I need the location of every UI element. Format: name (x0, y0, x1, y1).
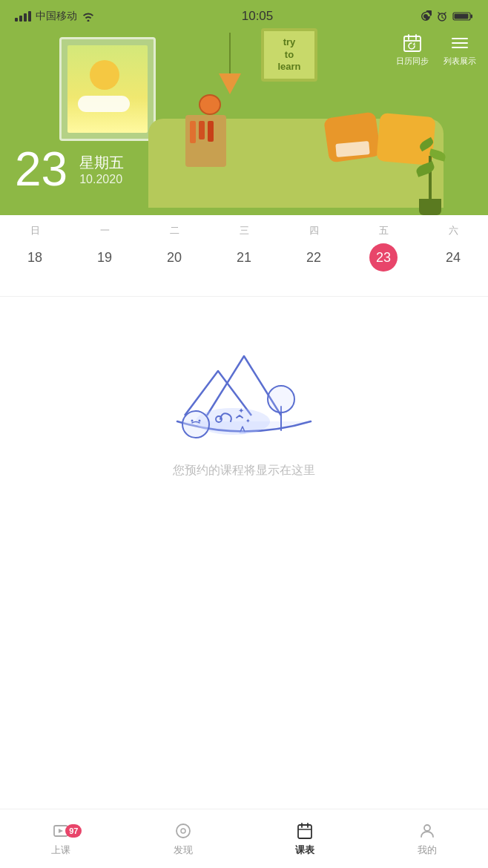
alarm-icon (436, 10, 448, 22)
week-day-number: 24 (439, 243, 467, 272)
signal-icon (15, 11, 31, 22)
status-right (420, 10, 473, 22)
date-weekday: 星期五 (79, 153, 124, 173)
week-header: 日18一19二20三21四22五23六24 (0, 215, 488, 274)
battery-icon (452, 11, 473, 22)
svg-text:✦: ✦ (238, 407, 244, 415)
rotate-icon (420, 10, 432, 22)
week-day-name: 四 (309, 224, 319, 237)
date-day-number: 23 (15, 145, 67, 193)
svg-point-17 (239, 431, 246, 434)
empty-state: ✦ ✦ 您预约的课程将显示在这里 (0, 312, 488, 479)
header-toolbar: 日历同步 列表展示 (396, 33, 476, 67)
week-day-name: 六 (449, 224, 458, 237)
header-date: 23 星期五 10.2020 (15, 145, 124, 193)
week-day-name: 二 (170, 224, 179, 237)
nav-label-schedule: 课表 (295, 844, 314, 857)
bottom-nav: 97上课发现课表我的 (0, 809, 488, 868)
nav-icon-discover (174, 821, 193, 841)
svg-point-18 (182, 411, 209, 438)
week-day-number: 21 (230, 243, 258, 272)
status-bar: 中国移动 10:05 (0, 0, 488, 33)
week-day-24[interactable]: 六24 (418, 224, 488, 272)
svg-rect-3 (454, 14, 468, 19)
week-day-number: 19 (90, 243, 119, 272)
status-time: 10:05 (242, 9, 274, 24)
nav-item-schedule[interactable]: 课表 (244, 821, 366, 857)
nav-item-mine[interactable]: 我的 (366, 821, 489, 857)
week-day-number: 22 (300, 243, 328, 272)
week-day-name: 五 (379, 224, 389, 237)
list-view-icon (448, 33, 472, 53)
wifi-icon (82, 11, 95, 22)
illus-frame: try to learn (261, 28, 317, 82)
nav-item-discover[interactable]: 发现 (122, 821, 245, 857)
calendar-sync-label: 日历同步 (396, 56, 429, 67)
svg-point-22 (177, 824, 190, 838)
week-calendar: 日18一19二20三21四22五23六24 (0, 215, 488, 297)
illus-plant (410, 134, 451, 215)
illus-alarm-clock (199, 94, 221, 115)
svg-point-28 (424, 825, 430, 831)
week-day-name: 日 (30, 224, 40, 237)
svg-text:✦: ✦ (245, 418, 251, 424)
week-day-21[interactable]: 三21 (209, 224, 279, 272)
empty-message: 您预约的课程将显示在这里 (173, 463, 315, 479)
date-month: 10.2020 (79, 173, 124, 186)
nav-label-mine: 我的 (418, 844, 437, 857)
status-left: 中国移动 (15, 10, 95, 23)
week-day-23[interactable]: 五23 (349, 224, 418, 272)
nav-item-attend-class[interactable]: 97上课 (0, 821, 122, 857)
week-day-number: 20 (160, 243, 188, 272)
nav-label-attend-class: 上课 (51, 844, 70, 857)
nav-icon-schedule (295, 821, 314, 841)
nav-badge: 97 (65, 824, 82, 838)
date-info: 星期五 10.2020 (79, 153, 124, 186)
week-day-19[interactable]: 一19 (70, 224, 139, 272)
svg-point-19 (191, 420, 194, 422)
svg-point-20 (199, 420, 201, 422)
week-day-22[interactable]: 四22 (279, 224, 349, 272)
week-day-18[interactable]: 日18 (0, 224, 70, 272)
illus-bookshelf (185, 115, 226, 167)
svg-point-23 (181, 829, 185, 833)
calendar-sync-button[interactable]: 日历同步 (396, 33, 429, 67)
list-view-button[interactable]: 列表展示 (444, 33, 476, 67)
week-day-number: 23 (369, 243, 398, 272)
empty-illustration: ✦ ✦ (162, 312, 326, 445)
nav-label-discover: 发现 (174, 844, 193, 857)
calendar-sync-icon (400, 33, 424, 53)
list-view-label: 列表展示 (444, 56, 476, 67)
nav-icon-mine (418, 821, 437, 841)
week-day-name: 一 (100, 224, 110, 237)
svg-point-16 (268, 386, 294, 412)
svg-rect-24 (298, 825, 311, 838)
carrier-label: 中国移动 (36, 10, 77, 23)
svg-rect-2 (470, 15, 472, 19)
week-day-number: 18 (21, 243, 49, 272)
week-day-20[interactable]: 二20 (139, 224, 209, 272)
illus-window (59, 37, 156, 141)
week-day-name: 三 (240, 224, 249, 237)
